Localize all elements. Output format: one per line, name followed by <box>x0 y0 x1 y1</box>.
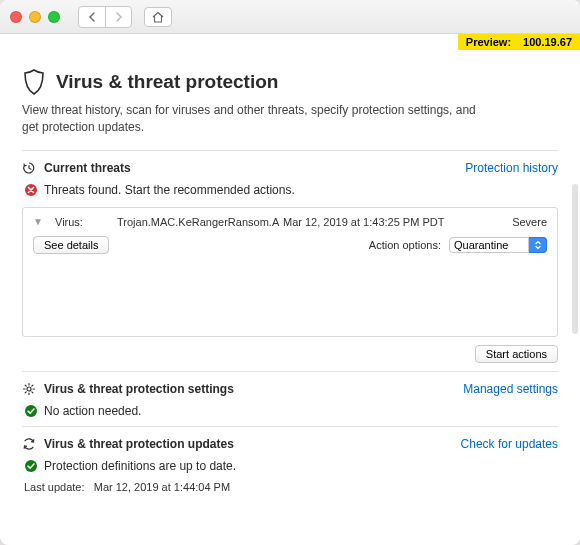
updown-icon <box>534 240 542 250</box>
minimize-window-button[interactable] <box>29 11 41 23</box>
protection-history-link[interactable]: Protection history <box>465 161 558 175</box>
section-current-threats: Current threats Protection history Threa… <box>22 150 558 363</box>
content-area: Virus & threat protection View threat hi… <box>0 34 580 545</box>
shield-icon <box>22 68 46 96</box>
threat-list: ▼ Virus: Trojan.MAC.KeRangerRansom.A Mar… <box>22 207 558 337</box>
start-actions-button[interactable]: Start actions <box>475 345 558 363</box>
page-title: Virus & threat protection <box>56 71 278 93</box>
last-update: Last update: Mar 12, 2019 at 1:44:04 PM <box>24 481 558 493</box>
chevron-right-icon <box>115 12 123 22</box>
home-icon <box>151 11 165 23</box>
preview-version: 100.19.67 <box>523 36 572 48</box>
home-button[interactable] <box>144 7 172 27</box>
managed-settings-link[interactable]: Managed settings <box>463 382 558 396</box>
scrollbar[interactable] <box>572 184 578 334</box>
window-controls <box>10 11 60 23</box>
check-icon <box>24 459 38 473</box>
select-arrow[interactable] <box>529 237 547 253</box>
error-icon <box>24 183 38 197</box>
chevron-left-icon <box>88 12 96 22</box>
nav-buttons <box>78 6 132 28</box>
svg-point-1 <box>27 387 31 391</box>
last-update-label: Last update: <box>24 481 85 493</box>
action-options-select[interactable]: Quarantine <box>449 237 529 253</box>
threat-date: Mar 12, 2019 at 1:43:25 PM PDT <box>283 216 473 228</box>
see-details-button[interactable]: See details <box>33 236 109 254</box>
updates-title: Virus & threat protection updates <box>44 437 453 451</box>
preview-badge: Preview: 100.19.67 <box>458 34 580 50</box>
preview-label: Preview: <box>466 36 511 48</box>
zoom-window-button[interactable] <box>48 11 60 23</box>
sync-icon <box>22 437 36 451</box>
check-icon <box>24 404 38 418</box>
action-options-label: Action options: <box>369 239 441 251</box>
page-header: Virus & threat protection <box>22 68 558 96</box>
back-button[interactable] <box>79 7 105 27</box>
threat-name: Trojan.MAC.KeRangerRansom.A <box>117 216 277 228</box>
check-updates-link[interactable]: Check for updates <box>461 437 558 451</box>
threat-severity: Severe <box>479 216 547 228</box>
page-description: View threat history, scan for viruses an… <box>22 102 482 136</box>
threats-found-text: Threats found. Start the recommended act… <box>44 183 295 197</box>
history-icon <box>22 161 36 175</box>
threat-row: ▼ Virus: Trojan.MAC.KeRangerRansom.A Mar… <box>33 216 547 228</box>
current-threats-title: Current threats <box>44 161 457 175</box>
settings-title: Virus & threat protection settings <box>44 382 455 396</box>
app-window: Preview: 100.19.67 Virus & threat protec… <box>0 0 580 545</box>
section-protection-updates: Virus & threat protection updates Check … <box>22 426 558 493</box>
last-update-value: Mar 12, 2019 at 1:44:04 PM <box>94 481 230 493</box>
action-options-select-wrap: Quarantine <box>449 237 547 253</box>
virus-label: Virus: <box>55 216 111 228</box>
section-protection-settings: Virus & threat protection settings Manag… <box>22 371 558 418</box>
svg-point-2 <box>25 405 37 417</box>
close-window-button[interactable] <box>10 11 22 23</box>
forward-button[interactable] <box>105 7 131 27</box>
svg-point-3 <box>25 460 37 472</box>
disclosure-triangle[interactable]: ▼ <box>33 216 49 227</box>
gear-icon <box>22 382 36 396</box>
settings-status-text: No action needed. <box>44 404 141 418</box>
titlebar: Preview: 100.19.67 <box>0 0 580 34</box>
updates-status-text: Protection definitions are up to date. <box>44 459 236 473</box>
